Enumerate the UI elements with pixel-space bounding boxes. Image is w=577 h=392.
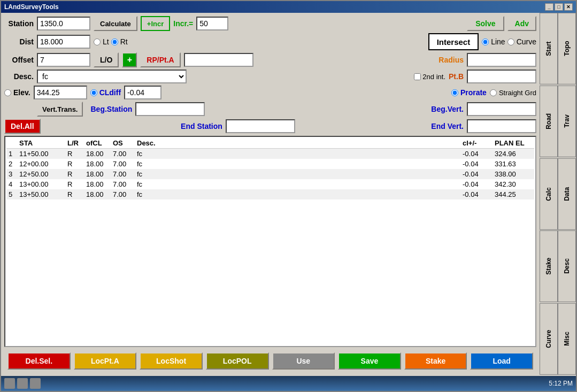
prorate-radio[interactable] bbox=[451, 89, 458, 96]
maximize-button[interactable]: □ bbox=[555, 3, 563, 11]
tab-curve[interactable]: Curve bbox=[540, 303, 558, 375]
tab-stake[interactable]: Stake bbox=[540, 230, 558, 302]
row-sta: 12+50.00 bbox=[19, 170, 67, 178]
row-desc: fc bbox=[137, 160, 180, 168]
row-os: 7.00 bbox=[113, 170, 137, 178]
row-num: 4 bbox=[9, 180, 19, 188]
dist-input[interactable] bbox=[37, 35, 90, 49]
col-header-lr: L/R bbox=[67, 139, 86, 147]
del-all-button[interactable]: Del.All bbox=[4, 119, 41, 134]
stake-button[interactable]: Stake bbox=[404, 352, 467, 370]
row-ofcl: 18.00 bbox=[86, 150, 113, 158]
curve-label: Curve bbox=[517, 37, 536, 46]
table-row: 2 12+00.00 R 18.00 7.00 fc -0.04 331.63 bbox=[6, 159, 534, 169]
second-int-label: 2nd int. bbox=[414, 73, 445, 81]
main-panel: Station Calculate +Incr Incr.= Solve Adv… bbox=[1, 13, 540, 376]
rp-button[interactable]: RP/Pt.A bbox=[140, 52, 180, 67]
taskbar-icon-3 bbox=[30, 378, 41, 389]
calculate-button[interactable]: Calculate bbox=[94, 16, 137, 31]
row-num: 5 bbox=[9, 190, 19, 198]
row-plan: 338.00 bbox=[495, 170, 532, 178]
lt-radio[interactable] bbox=[94, 39, 101, 45]
solve-button[interactable]: Solve bbox=[467, 16, 504, 31]
col-header-clpm: cl+/- bbox=[463, 139, 495, 147]
lo-button[interactable]: L/O bbox=[94, 52, 119, 67]
taskbar: 5:12 PM bbox=[1, 376, 576, 391]
tab-start[interactable]: Start bbox=[540, 13, 558, 84]
cldiff-radio[interactable] bbox=[90, 89, 97, 96]
elev-radio-group: Elev. bbox=[4, 88, 30, 97]
col-header-num bbox=[9, 139, 19, 147]
tab-data[interactable]: Data bbox=[558, 158, 576, 230]
elev-radio[interactable] bbox=[4, 89, 11, 96]
col-header-ofcl: ofCL bbox=[86, 139, 113, 147]
taskbar-time: 5:12 PM bbox=[549, 380, 573, 387]
plus-icon[interactable]: + bbox=[122, 52, 137, 67]
station-row: Station Calculate +Incr Incr.= Solve Adv bbox=[4, 16, 536, 31]
tab-road[interactable]: Road bbox=[540, 86, 558, 157]
desc-row: Desc. fc 2nd int. Pt.B bbox=[4, 70, 536, 83]
intersect-button[interactable]: Intersect bbox=[428, 33, 479, 50]
beg-station-input[interactable] bbox=[135, 102, 205, 116]
title-bar: LAndSurveyTools _ □ ✕ bbox=[1, 1, 576, 13]
incr-value-input[interactable] bbox=[196, 17, 228, 30]
dist-label: Dist bbox=[4, 37, 34, 46]
ptb-input[interactable] bbox=[467, 70, 536, 83]
window-title: LAndSurveyTools bbox=[4, 3, 59, 11]
loc-pol-button[interactable]: LocPOL bbox=[206, 352, 269, 370]
offset-label: Offset bbox=[4, 56, 34, 64]
col-header-desc: Desc. bbox=[137, 139, 180, 147]
vert-trans-row: Vert.Trans. Beg.Station Beg.Vert. bbox=[4, 102, 536, 117]
incr-equals-label: Incr.= bbox=[173, 19, 193, 28]
vert-trans-button[interactable]: Vert.Trans. bbox=[37, 102, 83, 117]
elev-input[interactable] bbox=[34, 86, 87, 99]
loc-shot-button[interactable]: LocShot bbox=[140, 352, 203, 370]
minimize-button[interactable]: _ bbox=[545, 3, 553, 11]
loc-pt-a-button[interactable]: LocPt.A bbox=[74, 352, 137, 370]
straight-grd-radio[interactable] bbox=[490, 89, 497, 96]
station-input[interactable] bbox=[37, 17, 90, 30]
row-os: 7.00 bbox=[113, 180, 137, 188]
col-header-sta: STA bbox=[19, 139, 67, 147]
tab-calc[interactable]: Calc bbox=[540, 158, 558, 230]
taskbar-icons bbox=[4, 378, 41, 389]
taskbar-icon-1 bbox=[4, 378, 15, 389]
dist-row: Dist Lt Rt Intersect Line Curve bbox=[4, 33, 536, 50]
close-button[interactable]: ✕ bbox=[564, 3, 573, 11]
curve-radio[interactable] bbox=[507, 39, 514, 45]
adv-button[interactable]: Adv bbox=[507, 16, 536, 31]
cldiff-input[interactable] bbox=[124, 86, 161, 99]
row-plan: 344.25 bbox=[495, 190, 532, 198]
rp-input[interactable] bbox=[184, 53, 253, 67]
save-button[interactable]: Save bbox=[338, 352, 401, 370]
beg-vert-input[interactable] bbox=[467, 102, 536, 116]
load-button[interactable]: Load bbox=[470, 352, 533, 370]
row-ofcl: 18.00 bbox=[86, 160, 113, 168]
beg-vert-label: Beg.Vert. bbox=[431, 105, 464, 113]
second-int-checkbox[interactable] bbox=[414, 73, 421, 80]
row-sta: 13+00.00 bbox=[19, 180, 67, 188]
tab-trav[interactable]: Trav bbox=[558, 86, 576, 157]
station-label: Station bbox=[4, 19, 34, 28]
line-radio[interactable] bbox=[482, 39, 489, 45]
offset-input[interactable] bbox=[37, 53, 90, 67]
table-row: 1 11+50.00 R 18.00 7.00 fc -0.04 324.96 bbox=[6, 149, 534, 159]
table-body: 1 11+50.00 R 18.00 7.00 fc -0.04 324.96 … bbox=[6, 149, 534, 199]
desc-select[interactable]: fc bbox=[37, 70, 187, 83]
use-button[interactable]: Use bbox=[272, 352, 335, 370]
radius-input[interactable] bbox=[467, 53, 536, 67]
tab-desc[interactable]: Desc bbox=[558, 230, 576, 302]
elev-label: Elev. bbox=[13, 88, 30, 97]
side-tabs: Start Road Calc Stake Curve Topo Trav Da… bbox=[540, 13, 576, 376]
rt-label: Rt bbox=[120, 37, 128, 46]
end-vert-input[interactable] bbox=[467, 119, 536, 133]
del-sel-button[interactable]: Del.Sel. bbox=[7, 352, 71, 370]
incr-button[interactable]: +Incr bbox=[141, 16, 170, 31]
tab-col-2: Topo Trav Data Desc Misc bbox=[558, 13, 576, 376]
tab-col-1: Start Road Calc Stake Curve bbox=[540, 13, 558, 376]
end-station-input[interactable] bbox=[226, 119, 295, 133]
tab-topo[interactable]: Topo bbox=[558, 13, 576, 84]
row-os: 7.00 bbox=[113, 190, 137, 198]
tab-misc[interactable]: Misc bbox=[558, 303, 576, 375]
rt-radio[interactable] bbox=[111, 39, 118, 45]
